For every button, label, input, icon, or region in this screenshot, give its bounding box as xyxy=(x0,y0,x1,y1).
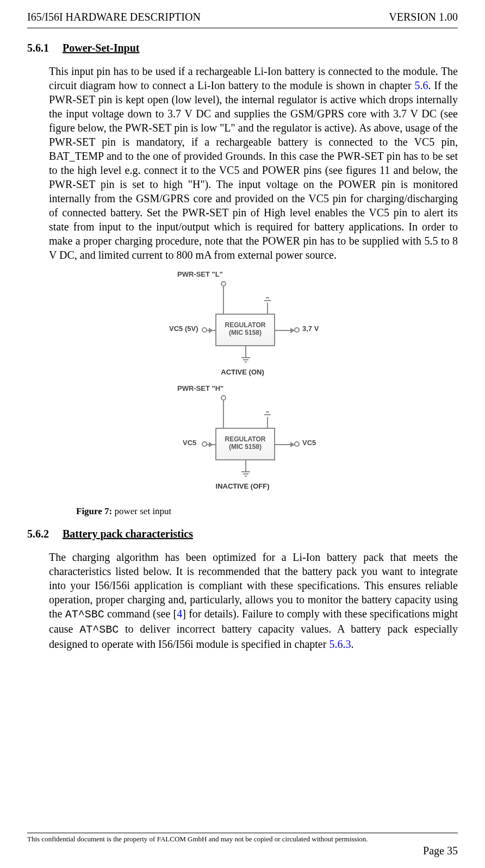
wire xyxy=(243,473,248,474)
wire xyxy=(266,411,269,413)
text: . xyxy=(351,638,353,650)
page-header: I65/I56I HARDWARE DESCRIPTION VERSION 1.… xyxy=(27,11,458,23)
label-vc5-5v: VC5 (5V) xyxy=(169,324,198,333)
wire xyxy=(223,401,224,428)
code: AT^SBC xyxy=(79,623,119,636)
wire xyxy=(223,286,224,314)
wire xyxy=(266,297,269,298)
regulator-box: REGULATOR (MIC 5158) xyxy=(215,428,275,460)
figure-7: PWR-SET "L" REGULATOR (MIC 5158) VC5 (5V… xyxy=(27,270,458,501)
header-right: VERSION 1.00 xyxy=(389,11,458,23)
regulator-box: REGULATOR (MIC 5158) xyxy=(215,314,275,346)
wire xyxy=(241,357,250,358)
node-icon xyxy=(202,441,207,447)
wire xyxy=(243,359,248,360)
node-icon xyxy=(221,281,226,286)
reg-label2: (MIC 5158) xyxy=(216,443,274,451)
section-title: Battery pack characteristics xyxy=(63,528,193,540)
diagram-active: PWR-SET "L" REGULATOR (MIC 5158) VC5 (5V… xyxy=(150,270,335,384)
footer-text: This confidential document is the proper… xyxy=(27,835,458,844)
label-pwrset-l: PWR-SET "L" xyxy=(177,270,223,278)
section-number: 5.6.1 xyxy=(27,42,49,54)
label-37v: 3,7 V xyxy=(302,324,319,333)
wire xyxy=(207,330,215,331)
section-heading-562: 5.6.2 Battery pack characteristics xyxy=(27,528,458,540)
diagram-inactive: PWR-SET "H" REGULATOR (MIC 5158) VC5 VC5… xyxy=(150,384,335,498)
section-heading-561: 5.6.1 Power-Set-Input xyxy=(27,42,458,54)
text: As above, usage of the PWR-SET pin is ma… xyxy=(49,122,458,261)
label-inactive: INACTIVE (OFF) xyxy=(150,482,335,490)
wire xyxy=(275,330,291,331)
section-title: Power-Set-Input xyxy=(63,42,139,54)
node-icon xyxy=(202,327,207,333)
reg-label1: REGULATOR xyxy=(216,321,274,329)
footer-divider xyxy=(27,833,458,833)
code: AT^SBC xyxy=(65,608,104,621)
paragraph-2: The charging algorithm has been optimize… xyxy=(49,550,458,651)
wire xyxy=(245,476,247,477)
wire xyxy=(245,346,246,357)
label-pwrset-h: PWR-SET "H" xyxy=(177,384,223,392)
node-icon xyxy=(294,327,300,333)
link-ref4[interactable]: 4 xyxy=(177,608,182,620)
text: This input pin has to be used if a recha… xyxy=(49,65,458,91)
figure-caption: Figure 7: power set input xyxy=(76,506,458,517)
link-56[interactable]: 5.6 xyxy=(414,79,428,91)
wire xyxy=(207,444,215,445)
paragraph-1: This input pin has to be used if a recha… xyxy=(49,64,458,262)
wire xyxy=(245,361,247,363)
label-vc5-left: VC5 xyxy=(183,439,196,447)
page-footer: This confidential document is the proper… xyxy=(27,833,458,857)
wire xyxy=(241,471,250,472)
caption-text: power set input xyxy=(115,506,172,516)
wire xyxy=(264,300,271,301)
label-vc5-right: VC5 xyxy=(302,439,316,447)
reg-label1: REGULATOR xyxy=(216,435,274,443)
section-number: 5.6.2 xyxy=(27,528,49,540)
header-divider xyxy=(27,28,458,28)
reg-label2: (MIC 5158) xyxy=(216,329,274,336)
wire xyxy=(267,303,268,314)
text: command (see [ xyxy=(104,608,177,620)
link-563[interactable]: 5.6.3 xyxy=(329,638,351,650)
wire xyxy=(264,414,271,415)
node-icon xyxy=(221,395,226,401)
wire xyxy=(275,444,291,445)
header-left: I65/I56I HARDWARE DESCRIPTION xyxy=(27,11,201,23)
wire xyxy=(245,460,246,471)
page-number: Page 35 xyxy=(27,845,458,857)
wire xyxy=(267,417,268,428)
caption-bold: Figure 7: xyxy=(76,506,115,516)
node-icon xyxy=(294,441,300,447)
label-active: ACTIVE (ON) xyxy=(150,368,335,376)
